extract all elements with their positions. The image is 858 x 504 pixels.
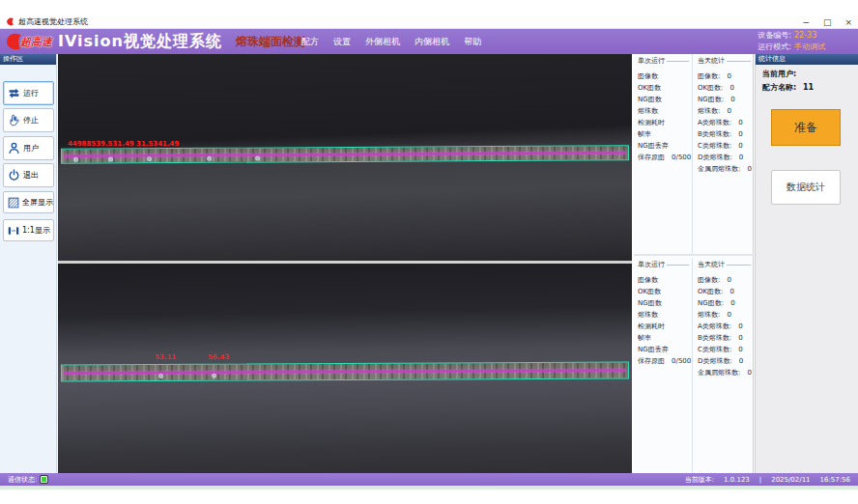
bead-marker [255,156,260,161]
stat-row: OK图数 [638,283,692,294]
stat-label: B类熔珠数: [698,334,731,341]
stat-value: 0 [727,311,730,318]
stat-label: 熔珠数 [638,107,658,114]
menu-item[interactable]: 外侧相机 [365,36,400,48]
stat-row: 检测耗时 [638,318,692,329]
outer-camera-stats-panel: 单次运行 图像数 OK图数 [634,54,754,256]
close-button[interactable]: × [844,15,852,29]
stat-value: 0 [747,369,751,376]
stat-label: OK图数: [698,84,723,91]
stat-row: D类熔珠数: 0 [698,352,754,364]
stat-row: B类熔珠数: 0 [698,126,754,137]
stat-row: 图像数 [638,271,692,283]
bead-marker [207,156,212,161]
stat-row: 图像数: 0 [698,271,754,283]
stat-value: 0 [727,276,730,283]
stat-row: 检测耗时 [638,114,692,126]
comm-status-indicator [41,476,47,483]
stat-value: 0 [738,130,742,137]
menu-item[interactable]: 设置 [333,36,351,48]
stat-label: 熔珠数: [698,311,720,318]
stat-label: 图像数 [638,276,658,283]
stat-label: 金属屑熔珠数: [698,369,740,376]
stop-button[interactable]: 停止 [3,108,54,132]
stat-row: 熔珠数 [638,306,692,318]
group-rule [667,61,689,62]
app-logo-icon [6,17,14,26]
stat-row: 帧率 [638,126,692,137]
version-value: 1.0.123 [724,476,750,484]
one-to-one-icon [8,225,19,237]
stat-row: 图像数 [638,68,692,79]
minimize-button[interactable]: − [802,15,810,29]
stat-label: OK图数: [698,288,723,294]
bead-detection-line [64,369,626,374]
stat-row: OK图数: 0 [698,79,754,91]
status-time: 16:57:56 [820,476,850,484]
measurement-annotation: 44988539.531.49 31.5341.49 [68,140,179,148]
inner-camera-viewport[interactable]: 53.11 56.43 [58,264,632,473]
stat-label: 熔珠数: [698,107,720,114]
camera-display-area: 44988539.531.49 31.5341.49 53.11 56.43 [58,54,632,473]
stat-label: NG图数: [698,299,724,306]
stat-value: 0 [738,119,742,126]
stat-row: NG图丢弃 [638,137,692,149]
stat-row: OK图数 [638,79,692,91]
prepare-button[interactable]: 准备 [771,109,841,146]
stat-row: NG图数: 0 [698,91,754,102]
menu-item[interactable]: 配方 [301,36,319,48]
stat-row: 熔珠数: 0 [698,306,754,318]
maximize-button[interactable]: □ [823,15,832,29]
run-button-label: 运行 [23,88,39,98]
bead-marker [212,374,216,378]
stat-row: NG图数 [638,91,692,102]
stat-row: A类熔珠数: 0 [698,114,754,126]
user-button[interactable]: 用户 [3,136,54,160]
stat-value: 0 [730,96,734,102]
menu-item[interactable]: 内侧相机 [415,36,449,48]
stat-label: 检测耗时 [638,322,665,329]
measurement-annotation: 53.11 [155,353,176,361]
stat-value: 0 [738,346,742,352]
stat-label: NG图丢弃 [638,346,669,352]
operation-sidebar: 操作区 运行 停止 用户 退出 [0,54,57,473]
stat-label: 图像数: [698,276,720,283]
daily-stats-title: 当天统计 [698,260,725,269]
exit-button[interactable]: 退出 [3,163,54,187]
main-menu: 配方 设置 外侧相机 内侧相机 帮助 [301,29,481,54]
stat-label: 图像数: [698,72,720,79]
inner-camera-stats-panel: 单次运行 图像数 OK图数 [634,258,754,473]
outer-camera-viewport[interactable]: 44988539.531.49 31.5341.49 [58,54,632,261]
weld-bead-strip [61,145,629,164]
stat-row: 保存原图 0/500 [638,352,692,364]
bead-marker [73,157,78,162]
stat-row: NG图数: 0 [698,294,754,306]
stop-button-label: 停止 [23,115,39,126]
device-number-value: 22-33 [794,31,816,40]
stat-value: 0 [730,288,734,294]
brand-text: 超高速 [20,35,52,49]
stat-row: C类熔珠数: 0 [698,341,754,352]
fullscreen-grid-icon [8,197,19,209]
fullscreen-button[interactable]: 全屏显示 [3,191,54,213]
single-run-column: 单次运行 图像数 OK图数 [634,258,693,473]
current-user-label: 当前用户: [762,70,796,78]
one-to-one-button-label: 1:1显示 [22,225,50,236]
stat-label: 熔珠数 [638,311,658,318]
stat-label: NG图丢弃 [638,142,669,149]
status-separator: | [759,476,761,484]
stat-value: 0 [730,299,734,306]
one-to-one-button[interactable]: 1:1显示 [3,219,54,241]
daily-stat-rows: 图像数: 0 OK图数: 0 NG图数: 0 [698,68,754,172]
run-button[interactable]: 运行 [3,81,54,105]
stat-value: 0 [738,142,742,149]
stat-row: 熔珠数 [638,102,692,114]
bead-marker [147,156,152,161]
stat-value: 0/500 [672,154,691,160]
sidebar-title: 操作区 [0,54,56,65]
stat-label: A类熔珠数: [698,322,731,329]
data-statistics-button[interactable]: 数据统计 [771,170,841,205]
brand-logo: 超高速 [4,32,52,51]
menu-item[interactable]: 帮助 [464,36,481,48]
stat-row: NG图丢弃 [638,341,692,352]
